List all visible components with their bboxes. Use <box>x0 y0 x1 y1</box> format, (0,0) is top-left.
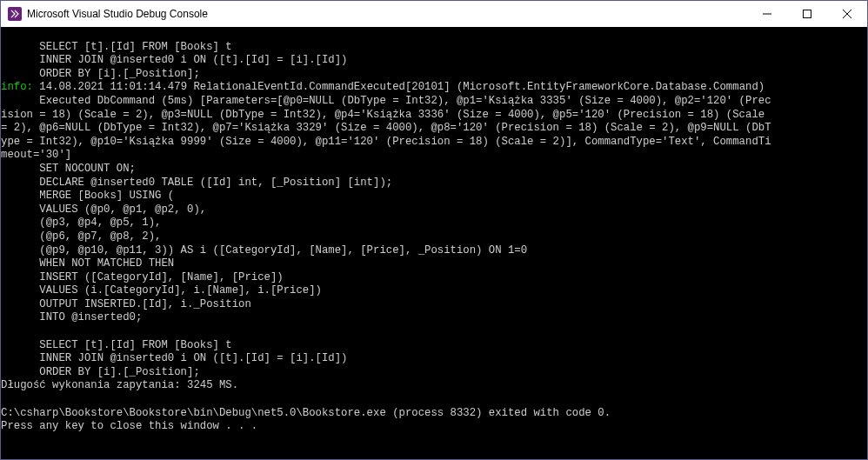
console-line: ision = 18) (Scale = 2), @p3=NULL (DbTyp… <box>1 109 765 121</box>
content-row: SELECT [t].[Id] FROM [Books] t INNER JOI… <box>1 27 867 459</box>
console-line: meout='30'] <box>1 149 71 161</box>
console-line: WHEN NOT MATCHED THEN <box>1 257 174 270</box>
console-line: ORDER BY [i].[_Position]; <box>1 68 200 80</box>
console-line: VALUES (i.[CategoryId], i.[Name], i.[Pri… <box>1 284 322 297</box>
console-line: info: 14.08.2021 11:01:14.479 Relational… <box>1 81 765 93</box>
console-line: OUTPUT INSERTED.[Id], i._Position <box>1 298 251 310</box>
minimize-button[interactable] <box>747 1 787 27</box>
console-line: VALUES (@p0, @p1, @p2, 0), <box>1 203 206 216</box>
console-output[interactable]: SELECT [t].[Id] FROM [Books] t INNER JOI… <box>1 27 867 459</box>
window: Microsoft Visual Studio Debug Console SE… <box>0 0 868 460</box>
titlebar[interactable]: Microsoft Visual Studio Debug Console <box>1 1 867 27</box>
console-line: Długość wykonania zapytania: 3245 MS. <box>1 379 238 391</box>
console-line: (@p6, @p7, @p8, 2), <box>1 230 161 243</box>
window-controls <box>747 1 867 27</box>
console-line: (@p9, @p10, @p11, 3)) AS i ([CategoryId]… <box>1 244 527 257</box>
console-line: ype = Int32), @p10='Książka 9999' (Size … <box>1 136 771 148</box>
console-line: SELECT [t].[Id] FROM [Books] t <box>1 41 232 53</box>
console-line: Executed DbCommand (5ms) [Parameters=[@p… <box>1 95 771 107</box>
console-line: INNER JOIN @inserted0 i ON ([t].[Id] = [… <box>1 54 347 66</box>
log-message: 14.08.2021 11:01:14.479 RelationalEventI… <box>33 81 765 93</box>
console-line: SELECT [t].[Id] FROM [Books] t <box>1 339 232 351</box>
console-line: INSERT ([CategoryId], [Name], [Price]) <box>1 271 284 283</box>
log-level-info: info: <box>1 81 33 93</box>
svg-rect-1 <box>804 10 811 18</box>
console-line: (@p3, @p4, @p5, 1), <box>1 217 161 229</box>
console-line: SET NOCOUNT ON; <box>1 163 136 175</box>
app-icon <box>8 7 22 21</box>
console-line: C:\csharp\Bookstore\Bookstore\bin\Debug\… <box>1 407 611 419</box>
maximize-button[interactable] <box>787 1 827 27</box>
close-button[interactable] <box>827 1 867 27</box>
console-line: Press any key to close this window . . . <box>1 420 257 432</box>
console-line: = 2), @p6=NULL (DbType = Int32), @p7='Ks… <box>1 122 771 134</box>
console-line: INTO @inserted0; <box>1 311 142 323</box>
console-line: INNER JOIN @inserted0 i ON ([t].[Id] = [… <box>1 352 347 364</box>
window-title: Microsoft Visual Studio Debug Console <box>27 8 208 20</box>
console-line: DECLARE @inserted0 TABLE ([Id] int, [_Po… <box>1 177 392 189</box>
console-line: MERGE [Books] USING ( <box>1 190 174 202</box>
console-line: ORDER BY [i].[_Position]; <box>1 366 200 378</box>
